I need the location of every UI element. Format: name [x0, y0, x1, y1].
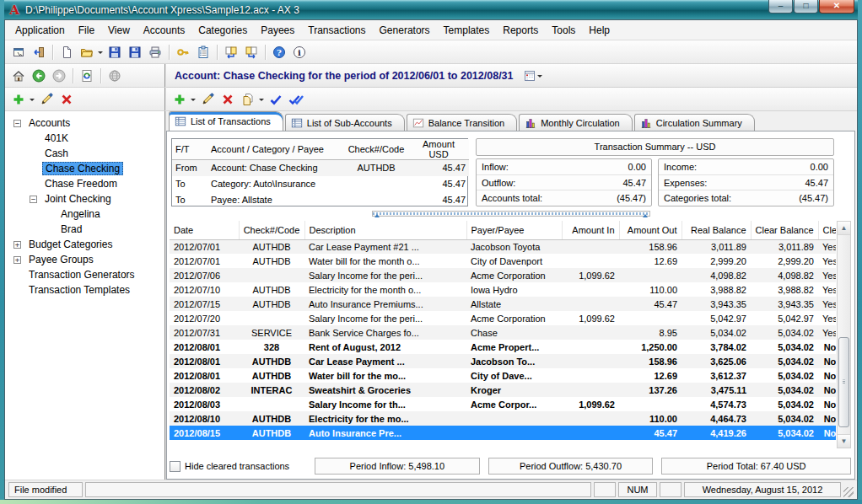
sidebar-item-chase-checking[interactable]: Chase Checking	[5, 161, 164, 176]
sidebar-item-brad[interactable]: Brad	[5, 222, 164, 237]
transaction-row[interactable]: 2012/07/01AUTHDBCar Lease Payment #21 ..…	[170, 239, 836, 254]
check-button[interactable]	[266, 89, 286, 110]
column-header-clear-balance[interactable]: Clear Balance	[751, 221, 818, 239]
menu-reports[interactable]: Reports	[496, 21, 545, 40]
transaction-row[interactable]: 2012/08/01AUTHDBCar Lease Payment ...Jac…	[170, 354, 836, 368]
transaction-row[interactable]: 2012/07/20Salary Income for the peri...A…	[170, 311, 836, 325]
sidebar-item-cash[interactable]: Cash	[5, 146, 164, 161]
transaction-row[interactable]: 2012/07/15AUTHDBAuto Insurance Premiums.…	[170, 297, 836, 311]
transaction-row[interactable]: 2012/08/15AUTHDBAuto Insurance Pre...45.…	[170, 426, 836, 440]
sidebar-item-angelina[interactable]: Angelina	[5, 206, 164, 222]
add-button[interactable]	[8, 89, 29, 110]
column-header-real-balance[interactable]: Real Balance	[682, 221, 751, 239]
resize-grip[interactable]	[843, 487, 854, 497]
sidebar-item-accounts[interactable]: −Accounts	[5, 115, 164, 131]
import-button[interactable]	[221, 42, 241, 62]
dropdown-caret-icon[interactable]	[259, 99, 264, 104]
close-button[interactable]: ✕	[819, 0, 854, 13]
transaction-row[interactable]: 2012/07/31SERVICEBank Service Charges fo…	[170, 325, 836, 340]
check-double-button[interactable]	[286, 89, 306, 110]
collapse-toggle-icon[interactable]: −	[30, 196, 37, 203]
export-button[interactable]	[241, 42, 261, 62]
expand-toggle-icon[interactable]: +	[13, 256, 21, 264]
tab-monthly-circulation[interactable]: Monthly Circulation	[519, 114, 633, 131]
column-header-clear[interactable]: Clear	[818, 221, 836, 239]
save-all-button[interactable]	[125, 42, 145, 62]
currency-button[interactable]	[105, 66, 125, 86]
new-document-button[interactable]	[57, 42, 77, 62]
edit-button[interactable]	[36, 89, 57, 110]
add-button[interactable]	[170, 89, 190, 110]
menu-accounts[interactable]: Accounts	[137, 21, 191, 40]
help-button[interactable]: ?	[269, 42, 289, 62]
notes-button[interactable]	[193, 42, 213, 62]
sidebar-item-transaction-generators[interactable]: Transaction Generators	[5, 267, 164, 282]
scrollbar-thumb[interactable]	[838, 337, 849, 427]
save-button[interactable]	[105, 42, 125, 62]
menu-view[interactable]: View	[101, 21, 137, 40]
menu-categories[interactable]: Categories	[191, 21, 254, 40]
delete-button[interactable]	[218, 89, 238, 110]
hide-cleared-checkbox[interactable]	[170, 461, 180, 472]
forward-button[interactable]	[49, 66, 69, 86]
scroll-up-arrow[interactable]: ▲	[838, 222, 850, 235]
open-folder-button[interactable]	[77, 42, 97, 62]
period-picker-button[interactable]	[520, 66, 547, 86]
transaction-row[interactable]: 2012/08/01AUTHDBWater bill for the mo...…	[170, 368, 836, 383]
expand-toggle-icon[interactable]: +	[13, 241, 21, 249]
sidebar-item-budget-categories[interactable]: +Budget Categories	[5, 237, 164, 252]
column-header-check-code[interactable]: Check#/Code	[239, 221, 304, 239]
collapse-toggle-icon[interactable]: −	[13, 120, 21, 127]
ft-row[interactable]: ToCategory: Auto\Insurance45.47	[172, 176, 469, 192]
ft-row[interactable]: FromAccount: Chase CheckingAUTHDB45.47	[172, 160, 469, 176]
menu-application[interactable]: Application	[8, 21, 72, 40]
menu-tools[interactable]: Tools	[545, 21, 582, 40]
copy-button[interactable]	[238, 89, 258, 110]
splitter-handle[interactable]	[372, 211, 650, 217]
tab-list-of-transactions[interactable]: List of Transactions	[169, 111, 283, 131]
column-header-amount-in[interactable]: Amount In	[562, 221, 619, 239]
menu-transactions[interactable]: Transactions	[301, 21, 372, 40]
dropdown-caret-icon[interactable]	[98, 51, 103, 56]
about-button[interactable]: i	[289, 42, 310, 62]
sidebar-item-chase-freedom[interactable]: Chase Freedom	[5, 176, 164, 191]
sidebar-item-401k[interactable]: 401K	[5, 131, 164, 146]
dropdown-caret-icon[interactable]	[30, 99, 35, 104]
grid-scrollbar[interactable]: ▲ ▼	[837, 221, 851, 448]
tab-list-of-sub-accounts[interactable]: List of Sub-Accounts	[285, 114, 405, 131]
transaction-row[interactable]: 2012/07/06Salary Income for the peri...A…	[170, 268, 836, 282]
transaction-row[interactable]: 2012/08/01328Rent of August, 2012Acme Pr…	[170, 340, 836, 354]
transaction-row[interactable]: 2012/07/10AUTHDBElectricity for the mont…	[170, 282, 836, 297]
sidebar-item-joint-checking[interactable]: −Joint Checking	[5, 191, 164, 206]
column-header-description[interactable]: Description	[304, 221, 466, 239]
menu-templates[interactable]: Templates	[437, 21, 497, 40]
column-header-date[interactable]: Date	[170, 221, 239, 239]
home-button[interactable]	[8, 66, 29, 86]
sidebar-item-payee-groups[interactable]: +Payee Groups	[5, 252, 164, 267]
print-button[interactable]	[145, 42, 165, 62]
back-button[interactable]	[29, 66, 49, 86]
transaction-row[interactable]: 2012/08/02INTERACSweatshirt & GroceriesK…	[170, 383, 836, 397]
menu-file[interactable]: File	[72, 21, 101, 40]
transaction-row[interactable]: 2012/08/10AUTHDBElectricity for the mo..…	[170, 411, 836, 426]
scroll-down-arrow[interactable]: ▼	[838, 434, 850, 448]
delete-button[interactable]	[57, 89, 77, 110]
menu-payees[interactable]: Payees	[254, 21, 301, 40]
tab-circulation-summary[interactable]: Circulation Summary	[634, 114, 755, 131]
window-properties-button[interactable]	[8, 42, 29, 62]
ft-row[interactable]: ToPayee: Allstate45.47	[172, 192, 469, 208]
sidebar-item-transaction-templates[interactable]: Transaction Templates	[5, 282, 164, 298]
column-header-amount-out[interactable]: Amount Out	[619, 221, 682, 239]
key-button[interactable]	[173, 42, 193, 62]
transaction-row[interactable]: 2012/07/01AUTHDBWater bill for the month…	[170, 254, 836, 268]
tab-balance-transition[interactable]: Balance Transition	[407, 114, 518, 131]
exit-button[interactable]	[29, 42, 49, 62]
menu-generators[interactable]: Generators	[373, 21, 437, 40]
edit-button[interactable]	[197, 89, 218, 110]
menu-help[interactable]: Help	[582, 21, 617, 40]
maximize-button[interactable]: □	[794, 0, 818, 13]
dropdown-caret-icon[interactable]	[191, 99, 196, 104]
refresh-button[interactable]	[77, 66, 97, 86]
transaction-row[interactable]: 2012/08/03Salary Income for th...Acme Co…	[170, 397, 836, 411]
column-header-payer-payee[interactable]: Payer/Payee	[466, 221, 562, 239]
